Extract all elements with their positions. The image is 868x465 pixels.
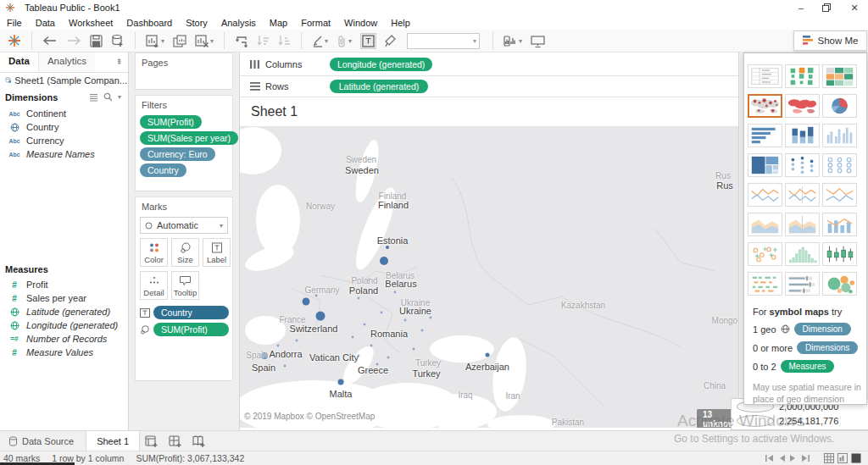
fit-selector-icon[interactable]: ▾ [504,35,522,47]
measure-number-of-records[interactable]: =#Number of Records [0,332,129,346]
showme-side-by-side-bars[interactable] [822,124,857,147]
showme-circle-views[interactable] [785,153,820,177]
pages-card[interactable]: Pages [135,53,233,90]
measure-measure-values[interactable]: #Measure Values [0,346,129,359]
showme-continuous-area[interactable] [748,213,782,236]
shelf-pill-longitude-generated-[interactable]: Longitude (generated) [330,58,432,71]
presentation-mode-icon[interactable] [531,35,545,47]
showme-packed-bubbles[interactable] [822,272,857,296]
map-mark-dot[interactable] [486,353,490,357]
datasource-tab[interactable]: Data Source [0,431,86,451]
showme-side-by-side-circles[interactable] [822,153,857,177]
showme-filled-map[interactable] [785,94,820,118]
redo-icon[interactable] [66,36,81,46]
map-mark-dot[interactable] [303,298,310,306]
clear-sheet-icon[interactable]: ▾ [195,35,214,47]
showme-gantt[interactable] [748,272,782,296]
measure-longitude-generated-[interactable]: Longitude (generated) [0,318,129,332]
map-mark-dot[interactable] [284,365,287,368]
filters-card[interactable]: Filters SUM(Profit)SUM(Sales per year)Cu… [135,95,233,191]
filter-pill-sum-sales-per-year-[interactable]: SUM(Sales per year) [140,131,238,145]
restore-button[interactable] [814,0,839,15]
first-page-icon[interactable] [765,454,775,462]
showme-heat-map[interactable] [785,64,820,88]
measure-profit[interactable]: #Profit [0,278,129,291]
new-dashboard-tab-icon[interactable] [164,431,187,451]
menu-analysis[interactable]: Analysis [214,18,263,28]
new-story-tab-icon[interactable] [187,431,211,451]
minimize-button[interactable]: – [788,0,814,15]
map-mark-dot[interactable] [380,257,388,265]
dimension-continent[interactable]: AbcContinent [0,107,129,120]
map-mark-dot[interactable] [381,312,383,314]
show-cards-icon[interactable] [824,453,834,463]
columns-shelf[interactable]: Columns Longitude (generated) [240,53,738,76]
menu-story[interactable]: Story [179,18,214,28]
map-mark-dot[interactable] [338,379,344,385]
map-mark-dot[interactable] [352,336,354,339]
showme-stacked-bars[interactable] [785,124,820,147]
undo-icon[interactable] [42,36,58,46]
menu-worksheet[interactable]: Worksheet [62,18,120,28]
close-button[interactable]: ✕ [842,0,867,15]
marks-detail-button[interactable]: Detail [140,271,168,300]
map-mark-dot[interactable] [386,246,389,249]
menu-file[interactable]: File [0,18,29,28]
marks-color-button[interactable]: Color [140,238,168,267]
showme-bullet-graph[interactable] [785,272,820,296]
save-icon[interactable] [90,35,103,47]
tableau-home-icon[interactable] [8,34,21,47]
filter-pill-currency-euro[interactable]: Currency: Euro [140,147,215,161]
dimension-currency[interactable]: AbcCurrency [0,134,129,147]
showme-dual-combination[interactable] [822,213,857,236]
map-mark-dot[interactable] [387,357,390,359]
map-mark-dot[interactable] [370,345,373,347]
new-worksheet-icon[interactable]: ▾ [146,35,164,47]
map-mark-dot[interactable] [296,340,298,342]
showme-scatter-plot[interactable] [748,242,782,266]
show-mark-labels-toggle[interactable] [360,33,376,49]
marks-pill-sum-profit-[interactable]: SUM(Profit) [153,323,229,336]
pane-pin-icon[interactable]: ⇟ [116,57,123,66]
marks-pill-country[interactable]: Country [153,306,229,319]
next-page-icon[interactable] [789,454,797,462]
filter-pill-country[interactable]: Country [140,163,186,177]
map-mark-dot[interactable] [404,319,407,322]
showme-treemap[interactable] [748,153,782,177]
map-mark-dot[interactable] [315,295,318,297]
map-view[interactable]: SwedenNorwayFinlandRusBelarusPolandGerma… [240,127,738,428]
menu-format[interactable]: Format [294,18,337,28]
map-mark-dot[interactable] [394,291,397,294]
showme-discrete-lines[interactable] [785,183,820,207]
view-as-icon[interactable] [89,93,98,102]
search-icon[interactable] [103,92,113,102]
dimension-measure-names[interactable]: AbcMeasure Names [0,147,129,161]
toolbar-combobox[interactable]: ▾ [407,33,480,49]
showme-discrete-area[interactable] [785,213,820,236]
marks-label-button[interactable]: Label [203,238,231,267]
measure-latitude-generated-[interactable]: Latitude (generated) [0,305,129,318]
measure-sales-per-year[interactable]: #Sales per year [0,291,129,305]
showme-dual-lines[interactable] [822,183,857,207]
menu-window[interactable]: Window [337,18,384,28]
menu-data[interactable]: Data [29,18,62,28]
map-mark-dot[interactable] [277,345,280,347]
marks-card[interactable]: Marks Automatic ▾ ColorSizeLabel DetailT… [135,197,233,381]
marks-size-button[interactable]: Size [171,238,199,267]
tab-analytics[interactable]: Analytics [38,53,95,72]
rows-shelf[interactable]: Rows Latitude (generated) [240,76,738,97]
show-me-button[interactable]: Show Me [793,30,867,51]
showme-text-table[interactable] [748,64,782,88]
shelf-pill-latitude-generated-[interactable]: Latitude (generated) [330,80,428,93]
fix-axes-icon[interactable] [385,35,396,47]
highlight-icon[interactable]: ▾ [312,35,328,47]
showme-highlight-table[interactable] [822,64,857,88]
showme-box-and-whisker[interactable] [822,242,857,266]
new-worksheet-tab-icon[interactable] [140,431,164,451]
maximize-view-icon[interactable] [851,453,861,463]
map-mark-dot[interactable] [413,348,415,351]
show-view-icon[interactable] [837,453,848,463]
dimension-country[interactable]: Country [0,120,129,134]
marks-tooltip-button[interactable]: Tooltip [171,271,199,300]
tab-data[interactable]: Data [0,53,38,72]
